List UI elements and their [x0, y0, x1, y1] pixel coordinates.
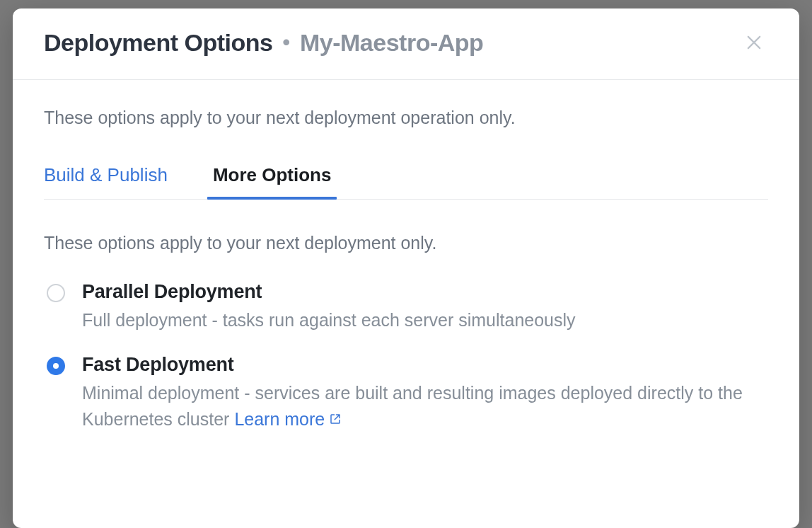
close-button[interactable] [740, 28, 768, 57]
modal-body: These options apply to your next deploym… [13, 80, 799, 528]
tabs: Build & Publish More Options [44, 164, 768, 200]
tab-build-publish[interactable]: Build & Publish [44, 164, 168, 199]
section-intro: These options apply to your next deploym… [44, 231, 768, 256]
option-title-parallel: Parallel Deployment [82, 281, 768, 303]
modal-title-wrap: Deployment Options • My-Maestro-App [44, 29, 483, 57]
option-fast-deployment[interactable]: Fast Deployment Minimal deployment - ser… [44, 354, 768, 432]
external-link-icon [329, 413, 342, 425]
intro-text: These options apply to your next deploym… [44, 105, 768, 130]
option-parallel-deployment[interactable]: Parallel Deployment Full deployment - ta… [44, 281, 768, 333]
modal-app-name: My-Maestro-App [300, 29, 483, 57]
option-title-fast: Fast Deployment [82, 354, 768, 376]
option-content: Fast Deployment Minimal deployment - ser… [82, 354, 768, 432]
close-icon [744, 33, 764, 52]
modal-header: Deployment Options • My-Maestro-App [13, 8, 799, 80]
option-content: Parallel Deployment Full deployment - ta… [82, 281, 768, 333]
tab-more-options[interactable]: More Options [213, 164, 332, 199]
title-separator: • [282, 32, 290, 53]
learn-more-label: Learn more [234, 406, 325, 432]
deployment-options-modal: Deployment Options • My-Maestro-App Thes… [13, 8, 799, 528]
option-desc-fast-text: Minimal deployment - services are built … [82, 383, 743, 428]
modal-title: Deployment Options [44, 29, 272, 57]
learn-more-link[interactable]: Learn more [234, 406, 342, 432]
option-desc-fast: Minimal deployment - services are built … [82, 380, 768, 432]
option-desc-parallel: Full deployment - tasks run against each… [82, 307, 768, 333]
radio-parallel[interactable] [47, 284, 65, 302]
radio-fast[interactable] [47, 357, 65, 375]
